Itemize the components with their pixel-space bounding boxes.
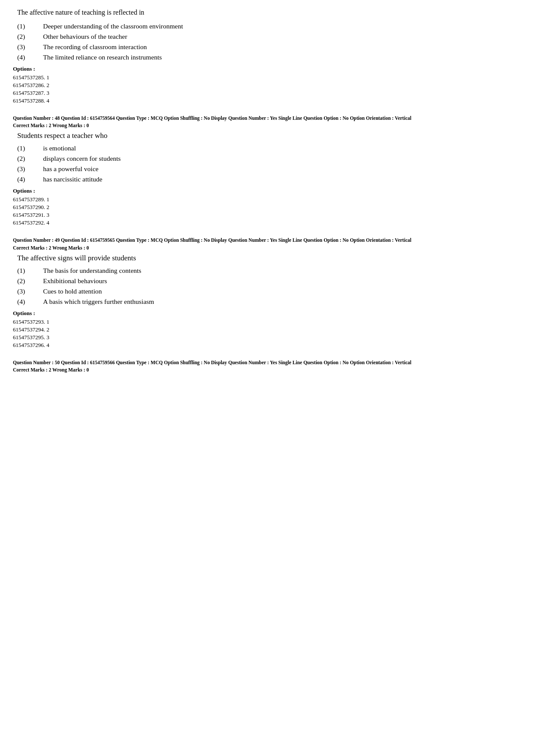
q50-meta: Question Number : 50 Question Id : 61547…: [13, 359, 521, 366]
option-text: A basis which triggers further enthusias…: [43, 298, 521, 306]
q49-options-label: Options :: [13, 310, 521, 317]
q47-options-list: (1) Deeper understanding of the classroo…: [17, 22, 521, 61]
option-text: The basis for understanding contents: [43, 267, 521, 275]
option-text: Cues to hold attention: [43, 287, 521, 295]
list-item: (3) has a powerful voice: [17, 165, 521, 173]
q49-option-val-1: 61547537293. 1: [13, 319, 521, 325]
option-text: has narcissitic attitude: [43, 175, 521, 183]
list-item: (2) displays concern for students: [17, 155, 521, 162]
q47-option-val-3: 61547537287. 3: [13, 90, 521, 97]
option-num: (1): [17, 144, 43, 152]
option-text: The recording of classroom interaction: [43, 43, 521, 51]
list-item: (1) Deeper understanding of the classroo…: [17, 22, 521, 30]
option-text: Deeper understanding of the classroom en…: [43, 22, 521, 30]
q49-meta: Question Number : 49 Question Id : 61547…: [13, 237, 521, 244]
q48-meta: Question Number : 48 Question Id : 61547…: [13, 115, 521, 122]
q48-option-val-3: 61547537291. 3: [13, 212, 521, 219]
list-item: (1) is emotional: [17, 144, 521, 152]
option-num: (3): [17, 287, 43, 295]
intro-text: The affective nature of teaching is refl…: [17, 9, 521, 16]
option-text: Other behaviours of the teacher: [43, 33, 521, 41]
option-num: (1): [17, 22, 43, 30]
q48-option-val-4: 61547537292. 4: [13, 219, 521, 226]
option-num: (4): [17, 298, 43, 306]
q49-question-text: The affective signs will provide student…: [17, 254, 521, 262]
q48-options-label: Options :: [13, 187, 521, 194]
q48-option-val-1: 61547537289. 1: [13, 196, 521, 203]
list-item: (4) The limited reliance on research ins…: [17, 53, 521, 61]
option-text: The limited reliance on research instrum…: [43, 53, 521, 61]
option-num: (3): [17, 43, 43, 51]
option-text: has a powerful voice: [43, 165, 521, 173]
q48-question-text: Students respect a teacher who: [17, 131, 521, 140]
list-item: (3) Cues to hold attention: [17, 287, 521, 295]
option-text: Exhibitional behaviours: [43, 277, 521, 285]
q47-options-label: Options :: [13, 66, 521, 72]
q47-option-val-4: 61547537288. 4: [13, 97, 521, 104]
q47-option-val-2: 61547537286. 2: [13, 82, 521, 89]
list-item: (3) The recording of classroom interacti…: [17, 43, 521, 51]
option-num: (1): [17, 267, 43, 275]
list-item: (4) has narcissitic attitude: [17, 175, 521, 183]
option-num: (4): [17, 53, 43, 61]
list-item: (4) A basis which triggers further enthu…: [17, 298, 521, 306]
option-num: (2): [17, 33, 43, 41]
option-num: (2): [17, 155, 43, 162]
q49-correct-marks: Correct Marks : 2 Wrong Marks : 0: [13, 245, 521, 250]
list-item: (2) Exhibitional behaviours: [17, 277, 521, 285]
q49-block: Question Number : 49 Question Id : 61547…: [13, 237, 521, 348]
q50-correct-marks: Correct Marks : 2 Wrong Marks : 0: [13, 367, 521, 372]
q47-option-val-1: 61547537285. 1: [13, 74, 521, 81]
option-num: (4): [17, 175, 43, 183]
option-num: (3): [17, 165, 43, 173]
q50-block: Question Number : 50 Question Id : 61547…: [13, 359, 521, 372]
option-num: (2): [17, 277, 43, 285]
q48-correct-marks: Correct Marks : 2 Wrong Marks : 0: [13, 123, 521, 128]
q48-option-val-2: 61547537290. 2: [13, 204, 521, 211]
intro-block: The affective nature of teaching is refl…: [13, 9, 521, 104]
list-item: (2) Other behaviours of the teacher: [17, 33, 521, 41]
option-text: displays concern for students: [43, 155, 521, 162]
q48-block: Question Number : 48 Question Id : 61547…: [13, 115, 521, 226]
q49-option-val-4: 61547537296. 4: [13, 342, 521, 349]
q49-options-list: (1) The basis for understanding contents…: [17, 267, 521, 306]
q48-options-list: (1) is emotional (2) displays concern fo…: [17, 144, 521, 183]
q49-option-val-3: 61547537295. 3: [13, 334, 521, 341]
option-text: is emotional: [43, 144, 521, 152]
q49-option-val-2: 61547537294. 2: [13, 326, 521, 333]
list-item: (1) The basis for understanding contents: [17, 267, 521, 275]
